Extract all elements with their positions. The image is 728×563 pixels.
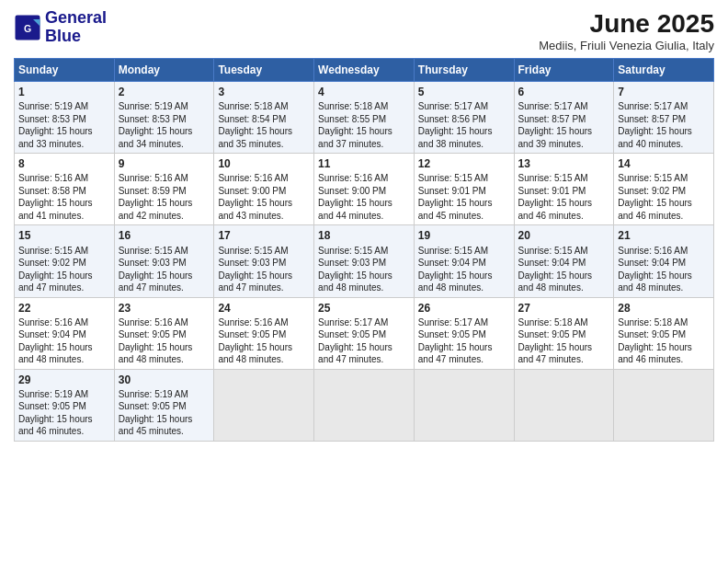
daylight-minutes: and 47 minutes.	[18, 282, 84, 293]
daylight-minutes: and 38 minutes.	[418, 139, 483, 149]
daylight: Daylight: 15 hours	[618, 270, 692, 281]
sunrise: Sunrise: 5:15 AM	[418, 173, 488, 183]
daylight: Daylight: 15 hours	[18, 270, 93, 281]
daylight: Daylight: 15 hours	[119, 342, 193, 352]
daylight-minutes: and 35 minutes.	[218, 139, 283, 149]
day-number: 7	[618, 85, 710, 99]
logo-line2: Blue	[45, 28, 107, 46]
sunset: Sunset: 9:05 PM	[418, 329, 486, 339]
day-cell: 22Sunrise: 5:16 AMSunset: 9:04 PMDayligh…	[15, 297, 115, 369]
daylight-minutes: and 48 minutes.	[218, 354, 283, 364]
daylight-minutes: and 47 minutes.	[418, 354, 483, 364]
daylight-minutes: and 48 minutes.	[418, 282, 483, 293]
sunset: Sunset: 8:58 PM	[18, 186, 86, 196]
sunset: Sunset: 9:04 PM	[518, 258, 586, 268]
daylight: Daylight: 15 hours	[318, 126, 392, 136]
day-number: 26	[418, 301, 510, 316]
sunset: Sunset: 9:04 PM	[618, 258, 686, 268]
sunrise: Sunrise: 5:15 AM	[218, 246, 288, 256]
daylight-minutes: and 47 minutes.	[218, 282, 283, 293]
daylight: Daylight: 15 hours	[618, 342, 692, 352]
week-row-2: 15Sunrise: 5:15 AMSunset: 9:02 PMDayligh…	[15, 225, 714, 297]
sunset: Sunset: 9:04 PM	[18, 329, 86, 339]
daylight-minutes: and 48 minutes.	[18, 354, 84, 364]
day-cell: 16Sunrise: 5:15 AMSunset: 9:03 PMDayligh…	[114, 225, 214, 297]
day-number: 22	[18, 301, 110, 316]
daylight: Daylight: 15 hours	[218, 342, 292, 352]
day-number: 28	[618, 301, 710, 316]
day-number: 29	[18, 373, 110, 387]
daylight-minutes: and 37 minutes.	[318, 139, 383, 149]
sunrise: Sunrise: 5:15 AM	[418, 246, 488, 256]
sunrise: Sunrise: 5:19 AM	[119, 389, 188, 399]
daylight-minutes: and 44 minutes.	[318, 211, 383, 221]
sunrise: Sunrise: 5:17 AM	[618, 101, 688, 111]
daylight: Daylight: 15 hours	[418, 270, 493, 281]
daylight-minutes: and 47 minutes.	[518, 354, 584, 364]
col-tuesday: Tuesday	[214, 59, 314, 82]
day-cell: 1Sunrise: 5:19 AMSunset: 8:53 PMDaylight…	[15, 82, 115, 154]
sunset: Sunset: 9:05 PM	[618, 329, 686, 339]
title-area: June 2025 Mediis, Friuli Venezia Giulia,…	[539, 9, 714, 52]
sunrise: Sunrise: 5:19 AM	[18, 389, 88, 399]
day-number: 27	[518, 301, 610, 316]
sunrise: Sunrise: 5:17 AM	[518, 101, 588, 111]
day-number: 21	[618, 228, 710, 243]
sunrise: Sunrise: 5:18 AM	[518, 317, 588, 327]
sunset: Sunset: 9:05 PM	[318, 329, 386, 339]
week-row-4: 29Sunrise: 5:19 AMSunset: 9:05 PMDayligh…	[15, 369, 714, 441]
sunset: Sunset: 8:56 PM	[418, 114, 486, 124]
daylight: Daylight: 15 hours	[218, 270, 292, 281]
daylight: Daylight: 15 hours	[418, 198, 493, 208]
day-number: 16	[119, 228, 210, 243]
sunset: Sunset: 9:05 PM	[119, 401, 187, 411]
day-number: 24	[218, 301, 310, 316]
col-friday: Friday	[514, 59, 614, 82]
daylight: Daylight: 15 hours	[618, 126, 692, 136]
week-row-3: 22Sunrise: 5:16 AMSunset: 9:04 PMDayligh…	[15, 297, 714, 369]
col-wednesday: Wednesday	[314, 59, 415, 82]
col-sunday: Sunday	[15, 59, 115, 82]
day-cell: 4Sunrise: 5:18 AMSunset: 8:55 PMDaylight…	[314, 82, 415, 154]
sunset: Sunset: 9:05 PM	[218, 329, 286, 339]
day-number: 11	[318, 156, 410, 171]
logo: G General Blue	[14, 9, 107, 46]
day-number: 1	[18, 85, 110, 99]
day-number: 6	[518, 85, 610, 99]
day-number: 5	[418, 85, 510, 99]
sunrise: Sunrise: 5:17 AM	[418, 317, 488, 327]
day-number: 3	[218, 85, 310, 99]
sunrise: Sunrise: 5:16 AM	[18, 317, 88, 327]
day-cell: 15Sunrise: 5:15 AMSunset: 9:02 PMDayligh…	[15, 225, 115, 297]
daylight: Daylight: 15 hours	[318, 342, 392, 352]
daylight-minutes: and 47 minutes.	[318, 354, 383, 364]
sunset: Sunset: 8:54 PM	[218, 114, 286, 124]
daylight-minutes: and 34 minutes.	[119, 139, 184, 149]
sunrise: Sunrise: 5:18 AM	[618, 317, 688, 327]
sunset: Sunset: 9:03 PM	[218, 258, 286, 268]
day-cell	[214, 369, 314, 441]
day-number: 25	[318, 301, 410, 316]
day-number: 9	[119, 156, 210, 171]
daylight-minutes: and 39 minutes.	[518, 139, 584, 149]
daylight-minutes: and 46 minutes.	[518, 211, 584, 221]
sunset: Sunset: 9:02 PM	[618, 186, 686, 196]
sunset: Sunset: 9:01 PM	[418, 186, 486, 196]
sunset: Sunset: 9:00 PM	[218, 186, 286, 196]
sunset: Sunset: 9:05 PM	[18, 401, 86, 411]
sunrise: Sunrise: 5:17 AM	[318, 317, 388, 327]
daylight: Daylight: 15 hours	[518, 270, 593, 281]
page: G General Blue June 2025 Mediis, Friuli …	[0, 0, 728, 563]
day-cell: 20Sunrise: 5:15 AMSunset: 9:04 PMDayligh…	[514, 225, 614, 297]
day-cell: 24Sunrise: 5:16 AMSunset: 9:05 PMDayligh…	[214, 297, 314, 369]
day-cell: 6Sunrise: 5:17 AMSunset: 8:57 PMDaylight…	[514, 82, 614, 154]
sunset: Sunset: 9:03 PM	[318, 258, 386, 268]
day-cell: 2Sunrise: 5:19 AMSunset: 8:53 PMDaylight…	[114, 82, 214, 154]
daylight-minutes: and 46 minutes.	[18, 426, 84, 436]
sunrise: Sunrise: 5:15 AM	[618, 173, 688, 183]
day-number: 8	[18, 156, 110, 171]
sunrise: Sunrise: 5:15 AM	[318, 246, 388, 256]
sunrise: Sunrise: 5:19 AM	[119, 101, 188, 111]
sunset: Sunset: 8:53 PM	[119, 114, 187, 124]
sunset: Sunset: 8:57 PM	[518, 114, 586, 124]
